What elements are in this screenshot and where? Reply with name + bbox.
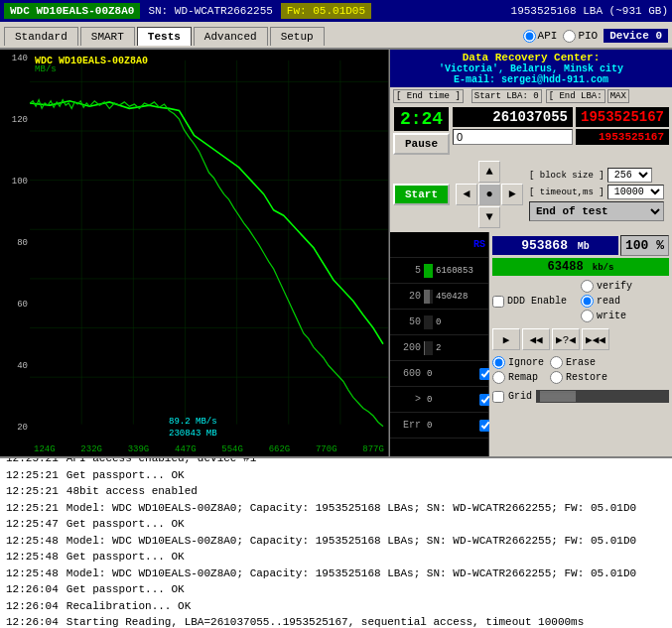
bar-row-600: 600 0 [390,361,488,387]
block-size-label: [ block size ] [529,171,605,181]
start-button[interactable]: Start [393,184,450,205]
restore-radio[interactable] [550,371,563,384]
log-line: 12:25:48Get passport... OK [6,549,666,565]
timeout-label: [ timeout,ms ] [529,188,605,197]
recovery-col-left: Ignore Remap [492,356,544,384]
log-message: 48bit access enabled [67,483,198,500]
recovery-row: Ignore Remap Erase [492,356,669,384]
remap-radio-label[interactable]: Remap [492,371,544,384]
playback-row: ▶ ◀◀ ▶?◀ ▶◀◀ [492,328,669,350]
log-line: 12:26:04Starting Reading, LBA=261037055.… [6,614,666,628]
bar-row-err: Err 0 [390,413,488,439]
log-message: Model: WDC WD10EALS-00Z8A0; Capacity: 19… [67,500,636,517]
api-radio[interactable] [523,30,536,43]
speed-row: 953868 Mb 100 % [492,235,669,256]
play-button[interactable]: ▶ [492,328,520,350]
back-button[interactable]: ◀◀ [522,328,550,350]
restore-label: Restore [566,372,607,383]
y-label-0: 140 [0,54,30,63]
pio-radio[interactable] [563,30,576,43]
pause-button[interactable]: Pause [393,133,450,155]
end-button[interactable]: ▶◀◀ [582,328,609,350]
log-message: Model: WDC WD10EALS-00Z8A0; Capacity: 19… [67,533,636,550]
percent-value: 100 [625,238,648,253]
start-lba-input[interactable] [453,129,573,145]
tab-tests[interactable]: Tests [137,27,192,46]
dir-left[interactable]: ◄ [456,184,477,205]
direction-pad: ▲ ◄ ● ► ▼ [456,161,523,228]
remap-label: Remap [508,372,538,383]
read-radio-label[interactable]: read [581,295,632,308]
log-area[interactable]: 12:25:21API access enabled, device #112:… [0,456,672,628]
erase-label: Erase [566,357,596,368]
tab-standard[interactable]: Standard [4,27,78,46]
bar-row-50: 50 0 [390,310,488,335]
bar-value-err: 0 [427,421,476,431]
timeout-select[interactable]: 10000 [607,185,664,199]
log-time: 12:25:21 [6,483,59,500]
end-lba-section: 1953525167 1953525167 [576,107,669,155]
log-message: API access enabled, device #1 [67,456,256,467]
bar-value-20: 450428 [436,292,485,302]
grid-checkbox[interactable] [492,391,504,403]
bar-label-50: 50 [393,316,421,327]
log-time: 12:26:04 [6,581,59,598]
right-panel: Data Recovery Center: 'Victoria', Belaru… [389,50,672,456]
tab-setup[interactable]: Setup [270,27,325,46]
block-size-select[interactable]: 256 [607,168,652,183]
log-time: 12:25:21 [6,456,59,467]
status-select[interactable]: End of test [529,201,664,221]
chart-area: 140 120 100 80 60 40 20 WDC WD10EALS-00Z… [0,50,389,456]
bar-label-err: Err [393,420,421,431]
bars-controls-section: RS 5 6160853 20 450428 50 [390,232,672,456]
erase-radio-label[interactable]: Erase [550,356,607,369]
dir-center[interactable]: ● [478,184,500,205]
drc-title: Data Recovery Center: [394,52,668,63]
ignore-radio[interactable] [492,356,505,369]
verify-radio-label[interactable]: verify [581,280,632,293]
bar-value-600: 0 [427,369,476,379]
percent-display: 100 % [620,235,669,256]
write-radio-label[interactable]: write [581,310,632,322]
remap-radio[interactable] [492,371,505,384]
bar-row-rs: RS [390,232,488,258]
log-message: Get passport... OK [67,581,185,598]
api-radio-label[interactable]: API [523,30,558,43]
chart-speed: 89.2 MB/s [169,417,217,427]
skip-button[interactable]: ▶?◀ [552,328,580,350]
pio-radio-label[interactable]: PIO [563,30,598,43]
log-time: 12:25:48 [6,549,59,565]
bar-value-200: 2 [436,343,485,353]
log-message: Get passport... OK [67,549,185,565]
dir-up[interactable]: ▲ [478,161,500,183]
chart-title: WDC WD10EALS-00Z8A0 [35,56,148,66]
ignore-label: Ignore [508,357,544,368]
bar-value-5: 6160853 [436,266,485,276]
read-label: read [597,296,620,307]
main-area: 140 120 100 80 60 40 20 WDC WD10EALS-00Z… [0,50,672,456]
read-radio[interactable] [581,295,594,308]
ignore-radio-label[interactable]: Ignore [492,356,544,369]
dir-right[interactable]: ► [501,184,523,205]
bar-row-gt: > 0 [390,387,488,413]
erase-radio[interactable] [550,356,563,369]
bar-row-20: 20 450428 [390,284,488,310]
bar-label-600: 600 [393,368,421,379]
tab-advanced[interactable]: Advanced [194,27,268,46]
verify-radio[interactable] [581,280,594,293]
kbs-row: 63488 kb/s [492,258,669,276]
bar-value-gt: 0 [427,395,476,405]
restore-radio-label[interactable]: Restore [550,371,607,384]
api-pio-section: API PIO Device 0 [523,29,668,43]
drc-email: E-mail: sergei@hdd-911.com [394,74,668,85]
ddd-enable-checkbox[interactable] [492,296,504,308]
end-time-label: [ End time ] [393,89,464,103]
dir-down[interactable]: ▼ [478,206,500,228]
tab-smart[interactable]: SMART [80,27,135,46]
log-line: 12:25:48Model: WDC WD10EALS-00Z8A0; Capa… [6,533,666,550]
timer-lba-row: 2:24 Pause 261037055 1953525167 19535251… [390,105,672,157]
log-line: 12:25:48Model: WDC WD10EALS-00Z8A0; Capa… [6,565,666,582]
log-line: 12:26:04Get passport... OK [6,581,666,598]
log-message: Model: WDC WD10EALS-00Z8A0; Capacity: 19… [67,565,636,582]
write-radio[interactable] [581,310,594,322]
